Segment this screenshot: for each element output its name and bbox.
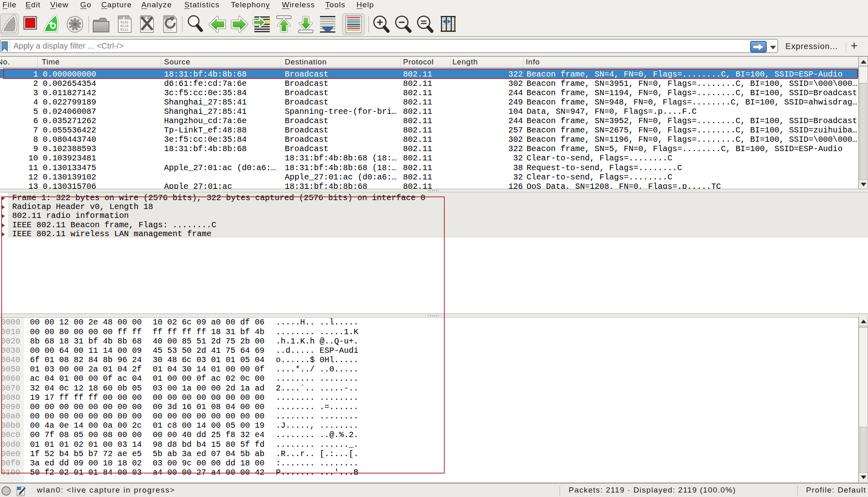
svg-text:0111: 0111	[120, 28, 128, 32]
